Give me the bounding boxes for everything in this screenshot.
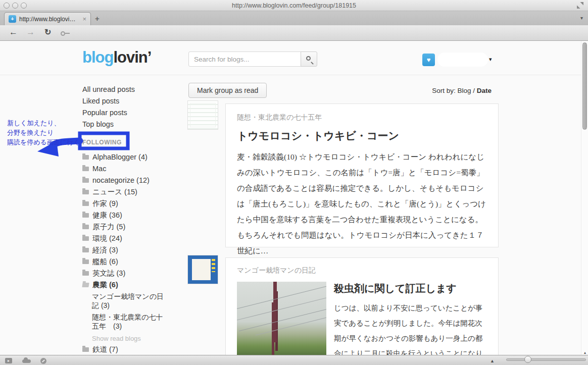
- search-icon: [306, 56, 311, 61]
- following-heading: FOLLOWING: [82, 137, 183, 148]
- folder-icon: [82, 201, 89, 206]
- folder-alphablogger[interactable]: AlphaBlogger (4): [82, 151, 183, 163]
- meter-addon-icon[interactable]: [40, 358, 46, 364]
- folder-environment[interactable]: 環境 (24): [82, 233, 183, 244]
- post-title[interactable]: 殺虫剤に関して訂正します: [334, 282, 487, 295]
- folder-label: 農業 (6): [92, 279, 118, 291]
- folder-icon: [82, 225, 89, 229]
- page-content: bloglovin’ ♥ ▾ All unread posts Liked po…: [0, 41, 581, 355]
- tab-bloglovin[interactable]: + http://www.bloglovi… ×: [4, 12, 91, 25]
- post-excerpt: 麦・雑穀談義(10) ☆トウモロコシ・トウキビ・コーン われわれになじみの深いト…: [237, 149, 487, 258]
- scrollbar-up-arrow-icon[interactable]: ▴: [584, 350, 586, 355]
- show-read-blogs-link[interactable]: Show read blogs: [82, 334, 183, 344]
- title-bar: http://www.bloglovin.com/feed/group/1819…: [0, 0, 588, 11]
- username-redacted[interactable]: [437, 53, 488, 67]
- folder-ships[interactable]: 艦船 (6): [82, 256, 183, 268]
- folder-news[interactable]: ニュース (15): [82, 186, 183, 198]
- blog-search-input[interactable]: [188, 51, 301, 67]
- tab-close-icon[interactable]: ×: [82, 15, 86, 23]
- header-divider: [0, 75, 581, 75]
- folder-railway[interactable]: 鉄道 (7): [82, 344, 183, 355]
- post-thumbnail[interactable]: [187, 255, 218, 284]
- folder-nocategorize[interactable]: nocategorize (12): [82, 175, 183, 186]
- navigation-toolbar: ← → ↻ Web www.bloglovin.com/feed/group/1…: [0, 25, 588, 41]
- folder-label: 英文誌 (3): [92, 268, 125, 279]
- sidebar-item-popular[interactable]: Popular posts: [82, 107, 183, 119]
- sidebar-item-top-blogs[interactable]: Top blogs: [82, 119, 183, 130]
- open-folder-icon: [82, 283, 89, 287]
- logo-lovin-part: lovin’: [113, 48, 151, 66]
- folder-label: 経済 (3): [92, 244, 118, 256]
- folder-label: 作家 (9): [92, 198, 118, 210]
- user-menu-caret-icon[interactable]: ▾: [489, 56, 492, 63]
- blog-item-tohoku-agriculture[interactable]: 随想・東北農業の七十五年 (3): [82, 313, 168, 331]
- folder-icon: [82, 236, 89, 241]
- folder-nuclear[interactable]: 原子力 (5): [82, 221, 183, 233]
- folder-label: 艦船 (6): [92, 256, 118, 268]
- sort-by-control: Sort by: Blog / Date: [432, 87, 492, 94]
- browser-window: http://www.bloglovin.com/feed/group/1819…: [0, 0, 588, 365]
- sort-by-blog[interactable]: Blog: [457, 87, 471, 94]
- folder-icon: [82, 213, 89, 218]
- folder-economy[interactable]: 経済 (3): [82, 244, 183, 256]
- blog-item-mango-diary[interactable]: マンゴー栽培マンの日記 (3): [82, 292, 168, 310]
- folder-icon: [82, 155, 89, 160]
- post-blog-name[interactable]: マンゴー栽培マンの日記: [237, 266, 487, 275]
- folder-label: 鉄道 (7): [92, 344, 118, 355]
- folder-label: Mac: [92, 163, 106, 175]
- addon-bar: ▸ ▲: [0, 355, 588, 365]
- sidebar-item-liked[interactable]: Liked posts: [82, 95, 183, 107]
- logo-blog-part: blog: [82, 48, 113, 66]
- window-title: http://www.bloglovin.com/feed/group/1819…: [0, 2, 588, 9]
- sort-separator: /: [471, 87, 476, 94]
- back-button[interactable]: ←: [9, 27, 18, 37]
- post-thumbnail[interactable]: [187, 100, 218, 130]
- folder-label: 環境 (24): [92, 233, 122, 244]
- bloglovin-logo[interactable]: bloglovin’: [82, 48, 151, 67]
- cloud-addon-icon[interactable]: [22, 359, 31, 363]
- folder-icon: [82, 248, 89, 252]
- folder-mac[interactable]: Mac: [82, 163, 183, 175]
- post-blog-name[interactable]: 随想・東北農業の七十五年: [237, 113, 487, 122]
- reload-button[interactable]: ↻: [44, 27, 51, 37]
- bloglovin-favicon: +: [9, 15, 16, 23]
- scrollbar-thumb[interactable]: [582, 42, 587, 130]
- folder-icon: [82, 178, 89, 183]
- fullscreen-icon[interactable]: [577, 2, 583, 9]
- post-card: 随想・東北農業の七十五年 トウモロコシ・トウキビ・コーン 麦・雑穀談義(10) …: [225, 103, 499, 247]
- folder-icon: [82, 347, 89, 352]
- folder-label: 健康 (36): [92, 210, 122, 221]
- folder-icon: [82, 271, 89, 276]
- post-title[interactable]: トウモロコシ・トウキビ・コーン: [237, 129, 487, 143]
- folder-icon: [82, 167, 89, 171]
- sidebar-item-all-unread[interactable]: All unread posts: [82, 84, 183, 95]
- zoom-slider-knob[interactable]: [524, 356, 531, 363]
- blog-search-button[interactable]: [301, 51, 317, 67]
- zoom-up-arrow-icon[interactable]: ▲: [490, 358, 495, 363]
- forward-button[interactable]: →: [26, 27, 35, 37]
- new-tab-button[interactable]: +: [95, 14, 100, 23]
- folder-writers[interactable]: 作家 (9): [82, 198, 183, 210]
- mark-group-as-read-button[interactable]: Mark group as read: [188, 83, 267, 98]
- list-all-tabs-icon[interactable]: ▾: [580, 15, 583, 21]
- folder-label: nocategorize (12): [92, 175, 150, 186]
- post-photo[interactable]: [237, 282, 326, 358]
- folder-label: ニュース (15): [92, 186, 137, 198]
- sort-by-date[interactable]: Date: [477, 87, 492, 94]
- post-card: マンゴー栽培マンの日記 殺虫剤に関して訂正します じつは、以前より不安に思ってい…: [225, 257, 499, 365]
- folder-icon: [82, 259, 89, 264]
- folder-icon: [82, 190, 89, 194]
- key-icon[interactable]: [61, 31, 65, 36]
- video-addon-icon[interactable]: ▸: [5, 358, 12, 363]
- folder-english-journals[interactable]: 英文誌 (3): [82, 268, 183, 279]
- tab-title: http://www.bloglovi…: [19, 16, 79, 23]
- folder-agriculture[interactable]: 農業 (6): [82, 279, 183, 291]
- folder-label: 原子力 (5): [92, 221, 125, 233]
- folder-label: AlphaBlogger (4): [92, 151, 148, 163]
- sort-by-label: Sort by:: [432, 87, 456, 94]
- sidebar: All unread posts Liked posts Popular pos…: [82, 84, 183, 365]
- bloglovin-heart-badge[interactable]: ♥: [422, 54, 435, 66]
- zoom-slider-track[interactable]: [506, 358, 586, 361]
- folder-health[interactable]: 健康 (36): [82, 210, 183, 221]
- tab-bar: + http://www.bloglovi… × + ▾: [0, 11, 588, 25]
